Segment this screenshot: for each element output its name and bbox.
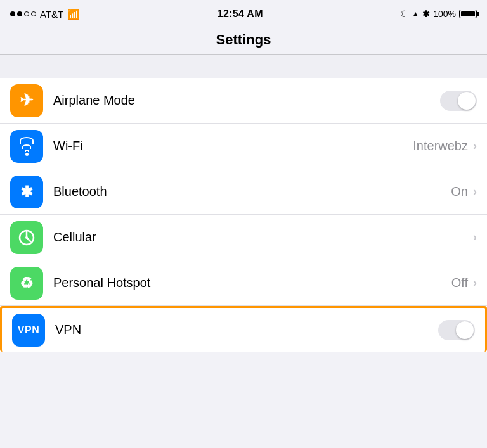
status-right: ☾ ▲ ✱ 100% bbox=[400, 9, 477, 19]
moon-icon: ☾ bbox=[400, 9, 408, 19]
bluetooth-chevron: › bbox=[473, 185, 477, 198]
wifi-status-icon: 📶 bbox=[67, 8, 80, 20]
airplane-mode-label: Airplane Mode bbox=[53, 93, 440, 108]
cellular-label: Cellular bbox=[53, 230, 473, 245]
battery-percentage: 100% bbox=[433, 9, 456, 19]
carrier-label: AT&T bbox=[40, 9, 63, 20]
bluetooth-status-icon: ✱ bbox=[422, 9, 430, 19]
settings-item-vpn[interactable]: VPN VPN bbox=[0, 306, 487, 352]
location-icon: ▲ bbox=[412, 10, 419, 18]
hotspot-icon: ♻ bbox=[20, 274, 34, 292]
signal-dot-4 bbox=[31, 11, 36, 16]
signal-dot-1 bbox=[10, 11, 15, 16]
section-separator bbox=[0, 55, 487, 78]
settings-item-hotspot[interactable]: ♻ Personal Hotspot Off › bbox=[0, 260, 487, 306]
airplane-mode-icon-bg: ✈ bbox=[10, 84, 43, 117]
vpn-icon-bg: VPN bbox=[12, 314, 45, 347]
cellular-icon-bg bbox=[10, 221, 43, 254]
airplane-icon: ✈ bbox=[20, 91, 34, 110]
vpn-toggle[interactable] bbox=[438, 320, 475, 340]
bluetooth-icon: ✱ bbox=[20, 183, 33, 201]
settings-item-airplane-mode[interactable]: ✈ Airplane Mode bbox=[0, 78, 487, 124]
page-title: Settings bbox=[216, 32, 271, 48]
svg-point-3 bbox=[25, 236, 28, 239]
vpn-icon: VPN bbox=[18, 324, 39, 336]
wifi-icon bbox=[20, 137, 34, 156]
vpn-toggle-thumb bbox=[456, 321, 474, 339]
bluetooth-label: Bluetooth bbox=[53, 184, 451, 199]
wifi-icon-bg bbox=[10, 130, 43, 163]
hotspot-value: Off bbox=[451, 276, 468, 290]
wifi-value: Interwebz bbox=[413, 139, 468, 153]
cellular-icon bbox=[18, 229, 36, 246]
toggle-thumb bbox=[458, 92, 476, 110]
wifi-chevron: › bbox=[473, 139, 477, 153]
status-time: 12:54 AM bbox=[218, 8, 263, 20]
bluetooth-icon-bg: ✱ bbox=[10, 176, 43, 208]
settings-item-bluetooth[interactable]: ✱ Bluetooth On › bbox=[0, 169, 487, 215]
settings-list: ✈ Airplane Mode Wi-Fi Interwebz › ✱ Blue… bbox=[0, 78, 487, 352]
hotspot-icon-bg: ♻ bbox=[10, 267, 43, 300]
wifi-label: Wi-Fi bbox=[53, 139, 413, 153]
signal-dot-3 bbox=[24, 11, 29, 16]
hotspot-label: Personal Hotspot bbox=[53, 276, 451, 290]
bluetooth-value: On bbox=[451, 184, 468, 199]
hotspot-chevron: › bbox=[473, 276, 477, 290]
vpn-label: VPN bbox=[55, 323, 438, 337]
nav-bar: Settings bbox=[0, 28, 487, 55]
battery-fill bbox=[461, 11, 475, 16]
signal-dot-2 bbox=[17, 11, 22, 16]
cellular-chevron: › bbox=[473, 231, 477, 244]
airplane-mode-toggle[interactable] bbox=[440, 91, 477, 111]
signal-dots bbox=[10, 11, 36, 16]
status-left: AT&T 📶 bbox=[10, 8, 80, 20]
battery-indicator bbox=[459, 10, 477, 18]
status-bar: AT&T 📶 12:54 AM ☾ ▲ ✱ 100% bbox=[0, 0, 487, 28]
settings-item-wifi[interactable]: Wi-Fi Interwebz › bbox=[0, 124, 487, 169]
settings-item-cellular[interactable]: Cellular › bbox=[0, 215, 487, 260]
